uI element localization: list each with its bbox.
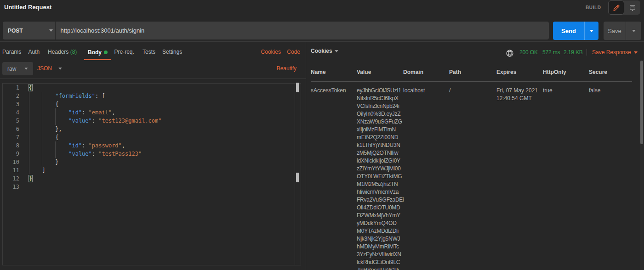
- editor-line[interactable]: 12}: [3, 174, 301, 183]
- edit-mode-button[interactable]: [608, 0, 624, 15]
- cell-expires-line: 12:40:54 GMT: [496, 95, 543, 102]
- top-bar: Untitled Request BUILD: [0, 0, 644, 15]
- editor-line[interactable]: 10 }: [3, 158, 301, 166]
- tab-body[interactable]: Body: [84, 42, 111, 60]
- cell-value: eyJhbGciOiJSUzI1NiIsInR5cCI6IkpXVCIsInZl…: [357, 87, 403, 270]
- editor-line[interactable]: 5 "value": "test123@gmail.com": [3, 117, 301, 125]
- column-header-value: Value: [357, 69, 403, 75]
- url-row: POST http://localhost:3001/auth/signin S…: [0, 22, 644, 40]
- editor-line[interactable]: 4 "id": "email",: [3, 108, 301, 117]
- column-header-expires: Expires: [496, 69, 543, 75]
- editor-line[interactable]: 3 {: [3, 100, 301, 108]
- code-line-text: ]: [29, 166, 46, 174]
- line-number: 9: [3, 150, 19, 158]
- code-line-text: {: [29, 133, 59, 141]
- editor-line[interactable]: 2 "formFields": [: [3, 92, 301, 100]
- cell-name: sAccessToken: [311, 87, 357, 270]
- divider-response-meta: [587, 49, 587, 56]
- cell-value-line: hIiwicmVmcmVza: [357, 188, 403, 196]
- comment-mode-button[interactable]: [624, 0, 640, 15]
- line-number: 5: [3, 117, 19, 125]
- code-link[interactable]: Code: [287, 49, 300, 55]
- body-dot-icon: [104, 51, 108, 54]
- response-size[interactable]: 2.19 KB: [564, 49, 583, 56]
- editor-scrollbar-mark: [296, 83, 299, 92]
- url-input[interactable]: http://localhost:3001/auth/signin: [61, 27, 145, 34]
- code-editor[interactable]: 1{2 "formFields": [3 {4 "id": "email",5 …: [2, 83, 301, 265]
- body-mode-select[interactable]: raw: [2, 62, 33, 75]
- save-button-label[interactable]: Save: [604, 22, 626, 40]
- method-label: POST: [8, 28, 23, 34]
- tab-tests[interactable]: Tests: [142, 49, 155, 55]
- body-mode-label: raw: [7, 66, 16, 72]
- language-select[interactable]: JSON: [37, 65, 62, 72]
- save-response-button[interactable]: Save Response: [592, 49, 638, 56]
- cookie-table: NameValueDomainPathExpiresHttpOnlySecure…: [311, 69, 637, 75]
- cell-domain-line: localhost: [403, 87, 449, 95]
- cell-value-line: yMDdkYmQ4OD: [357, 219, 403, 227]
- send-options-button[interactable]: [585, 22, 598, 40]
- cookies-link[interactable]: Cookies: [261, 49, 281, 55]
- save-options-button[interactable]: [626, 22, 641, 40]
- code-line-text: "formFields": [: [29, 92, 105, 100]
- tab-params[interactable]: Params: [2, 49, 21, 55]
- tab-pre-req-[interactable]: Pre-req.: [114, 49, 134, 55]
- cell-value-line: M0YTAzMDdlZDli: [357, 227, 403, 235]
- cell-value-line: M1M2M5ZjhiZTN: [357, 180, 403, 188]
- cell-value-line: xlIjoiMzFiMTlmN: [357, 126, 403, 134]
- code-line-text: },: [29, 125, 62, 133]
- response-time[interactable]: 572 ms: [542, 49, 560, 56]
- language-label: JSON: [37, 65, 52, 72]
- cell-httponly: true: [543, 87, 589, 270]
- save-button[interactable]: Save: [604, 22, 641, 40]
- beautify-link[interactable]: Beautify: [277, 65, 296, 72]
- editor-line[interactable]: 1{: [3, 84, 301, 92]
- tab-settings[interactable]: Settings: [162, 49, 182, 55]
- send-caret-icon: [590, 30, 593, 32]
- request-tabs: Cookies Code ParamsAuthHeaders (8)BodyPr…: [0, 42, 306, 60]
- network-globe-icon[interactable]: [506, 50, 513, 57]
- indent-guide: [55, 141, 56, 158]
- method-caret-icon: [49, 29, 53, 32]
- cell-domain: localhost: [403, 87, 449, 270]
- cell-value-line: idXNlcklkIjoiZGI0Y: [357, 157, 403, 165]
- pencil-icon: [613, 4, 620, 11]
- build-label: BUILD: [586, 5, 601, 10]
- cell-value-line: VCIsInZlcnNpb24i: [357, 102, 403, 110]
- editor-line[interactable]: 11 ]: [3, 166, 301, 174]
- cell-value-line: mEtN2Q2Zi00ND: [357, 134, 403, 141]
- mode-toggle-group: [608, 0, 640, 15]
- code-line-text: }: [29, 174, 32, 183]
- tab-badge: (8): [68, 49, 77, 55]
- response-scrollbar-thumb[interactable]: [640, 61, 643, 144]
- indent-guide: [42, 92, 42, 166]
- column-header-secure: Secure: [589, 69, 632, 75]
- line-number: 13: [3, 183, 19, 191]
- editor-line[interactable]: 6 },: [3, 125, 301, 133]
- editor-line[interactable]: 9 "value": "testPass123": [3, 150, 301, 158]
- editor-scroll-gutter-border: [295, 84, 295, 265]
- cell-httponly-line: true: [543, 87, 589, 95]
- editor-line[interactable]: 7 {: [3, 133, 301, 141]
- code-line-text: "value": "test123@gmail.com": [29, 117, 162, 125]
- tab-auth[interactable]: Auth: [28, 49, 40, 55]
- line-number: 2: [3, 92, 19, 100]
- method-select[interactable]: POST: [3, 22, 56, 39]
- send-button[interactable]: Send: [553, 22, 598, 40]
- language-caret-icon: [58, 68, 62, 70]
- code-line-text: "id": "password",: [29, 141, 125, 150]
- tab-headers[interactable]: Headers (8): [48, 49, 77, 55]
- cell-expires: Fri, 07 May 202112:40:54 GMT: [496, 87, 543, 270]
- editor-line[interactable]: 13: [3, 183, 301, 191]
- response-header: Cookies 200 OK 572 ms 2.19 KB Save Respo…: [306, 42, 644, 62]
- body-toolbar: raw JSON Beautify: [0, 62, 306, 78]
- response-status[interactable]: 200 OK: [519, 49, 538, 56]
- cell-value-line: OTY0LWFiZTktMG: [357, 173, 403, 180]
- code-line-text: "value": "testPass123": [29, 150, 142, 158]
- cell-value-line: eyJhbGciOiJSUzI1: [357, 87, 403, 95]
- editor-line[interactable]: 8 "id": "password",: [3, 141, 301, 150]
- response-cookies-dropdown[interactable]: Cookies: [311, 48, 338, 54]
- send-button-label[interactable]: Send: [553, 22, 585, 40]
- line-number: 12: [3, 174, 19, 183]
- response-panel: Cookies 200 OK 572 ms 2.19 KB Save Respo…: [306, 42, 644, 270]
